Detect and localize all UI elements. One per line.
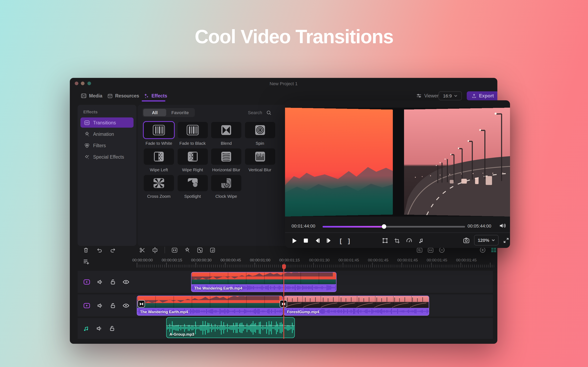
mute-track-icon[interactable] — [97, 302, 103, 309]
audio-tool-icon[interactable] — [418, 238, 424, 244]
sidebar-item-filters[interactable]: Filters — [80, 140, 134, 150]
viewer-divider — [285, 233, 510, 233]
ruler-major-ticks — [137, 263, 494, 267]
tab-media[interactable]: Media — [81, 90, 102, 101]
add-effect-icon[interactable] — [209, 247, 216, 253]
speed-tool-icon[interactable] — [406, 237, 412, 244]
lock-track-icon[interactable] — [110, 279, 116, 285]
filter-tab-all[interactable]: All — [143, 109, 166, 116]
playback-progress-knob[interactable] — [382, 224, 386, 229]
redo-icon[interactable] — [110, 247, 116, 253]
tile-label: Spotlight — [174, 194, 211, 199]
mute-track-icon[interactable] — [97, 279, 103, 285]
transitions-icon — [84, 120, 90, 125]
viewer-sliders-icon — [416, 93, 422, 99]
transition-tile-blend[interactable] — [211, 122, 241, 138]
sidebar-item-special-effects[interactable]: Special Effects — [80, 152, 134, 162]
clip-filename: The Wandering Earth.mp4 — [140, 309, 188, 314]
tile-label: Blend — [208, 141, 245, 146]
blend-icon — [220, 125, 232, 135]
track-header-video-2 — [83, 294, 130, 317]
track-height-icon[interactable] — [491, 247, 497, 253]
video-track-icon — [83, 279, 90, 285]
viewer-right-controls: 120% — [463, 235, 509, 245]
search-input[interactable]: Search — [248, 108, 272, 117]
lock-track-icon[interactable] — [110, 302, 116, 309]
transition-tile-fade-to-white[interactable] — [144, 122, 174, 138]
sidebar-item-animation[interactable]: Animation — [80, 129, 134, 139]
wipe-left-icon — [153, 151, 164, 162]
transition-tile-clock-wipe[interactable] — [211, 175, 241, 191]
mute-track-icon[interactable] — [96, 325, 103, 332]
transition-tile-vertical-blur[interactable] — [245, 149, 275, 165]
video-preview-area[interactable] — [285, 108, 510, 217]
special-effects-icon — [84, 154, 90, 160]
spin-icon — [254, 125, 266, 135]
fade-to-black-icon — [186, 125, 199, 135]
sidebar-item-animation-label: Animation — [93, 132, 114, 136]
tile-label: Fade to White — [140, 141, 177, 146]
tab-effects[interactable]: Effects — [143, 90, 167, 101]
snapshot-icon[interactable] — [463, 237, 470, 243]
add-filter-icon[interactable] — [197, 247, 203, 253]
audio-track-icon — [83, 325, 89, 332]
stop-button[interactable] — [303, 238, 308, 243]
transition-tile-cross-zoom[interactable] — [144, 175, 174, 191]
fullscreen-icon[interactable] — [503, 237, 509, 243]
tab-media-label: Media — [89, 93, 102, 98]
active-tab-underline — [142, 100, 165, 101]
play-button[interactable] — [292, 238, 297, 244]
transport-controls: [ ] — [292, 236, 350, 245]
tile-label: Spin — [242, 141, 278, 146]
transition-tile-spin[interactable] — [245, 122, 275, 138]
hide-track-icon[interactable] — [122, 279, 130, 285]
sidebar-item-transitions[interactable]: Transitions — [80, 117, 134, 128]
timeline-toolbar-edit — [139, 246, 216, 254]
clip-wandering-earth-track1[interactable]: The Wandering Earth.mp4 — [191, 272, 337, 292]
transition-bowtie-icon — [139, 301, 144, 306]
search-placeholder: Search — [248, 110, 262, 115]
delete-icon[interactable] — [83, 247, 89, 253]
cut-icon[interactable] — [139, 247, 145, 253]
clip-a-group-audio[interactable]: A-Group.mp3 — [166, 317, 295, 338]
viewer-zoom-select[interactable]: 120% — [474, 235, 499, 245]
add-animation-icon[interactable] — [184, 247, 190, 253]
total-timecode: 00:05:44:00 — [467, 224, 491, 228]
transition-tile-spotlight[interactable] — [177, 175, 208, 191]
undo-icon[interactable] — [96, 247, 103, 253]
aspect-ratio-value: 16:9 — [443, 93, 452, 98]
tab-resources[interactable]: Resources — [107, 90, 139, 101]
transition-tile-wipe-left[interactable] — [144, 149, 174, 165]
transition-badge-clip-start[interactable] — [138, 300, 145, 308]
mark-in-button[interactable]: [ — [340, 237, 342, 244]
transition-tile-fade-to-black[interactable] — [177, 122, 208, 138]
previous-frame-button[interactable] — [314, 238, 320, 243]
transition-tile-wipe-right[interactable] — [177, 149, 208, 165]
teal-fog — [285, 176, 393, 217]
viewer-panel: 00:01:44:00 00:05:44:00 [ ] 120% — [285, 100, 510, 248]
volume-icon[interactable] — [499, 222, 506, 229]
export-button[interactable]: Export — [467, 91, 497, 100]
aspect-ratio-select[interactable]: 16:9 — [439, 91, 462, 100]
add-transition-icon[interactable] — [172, 247, 178, 253]
next-frame-button[interactable] — [326, 238, 332, 243]
lock-track-icon[interactable] — [109, 325, 115, 332]
clip-forestgump[interactable]: ForestGump.mp4 — [284, 296, 429, 316]
playback-progress-bar[interactable] — [323, 226, 465, 227]
transition-tile-horizontal-blur[interactable] — [211, 149, 241, 165]
chevron-down-icon — [454, 95, 458, 97]
filter-segmented-control: All Favorite — [143, 108, 195, 117]
resources-icon — [107, 93, 113, 99]
mark-out-button[interactable]: ] — [348, 237, 350, 244]
hide-track-icon[interactable] — [122, 302, 130, 309]
audio-volume-line[interactable] — [167, 325, 294, 326]
video-frame-right — [404, 108, 510, 217]
page-title: Cool Video Transitions — [0, 25, 588, 48]
clip-wandering-earth-track2[interactable]: The Wandering Earth.mp4 — [137, 296, 283, 316]
clip-thumbnail-strip — [191, 272, 336, 284]
transform-tool-icon[interactable] — [382, 237, 388, 244]
crop-tool-icon[interactable] — [394, 238, 400, 244]
filter-tab-favorite[interactable]: Favorite — [166, 109, 194, 116]
split-icon[interactable] — [152, 247, 158, 253]
viewer-toggle[interactable]: Viewer — [416, 90, 439, 101]
